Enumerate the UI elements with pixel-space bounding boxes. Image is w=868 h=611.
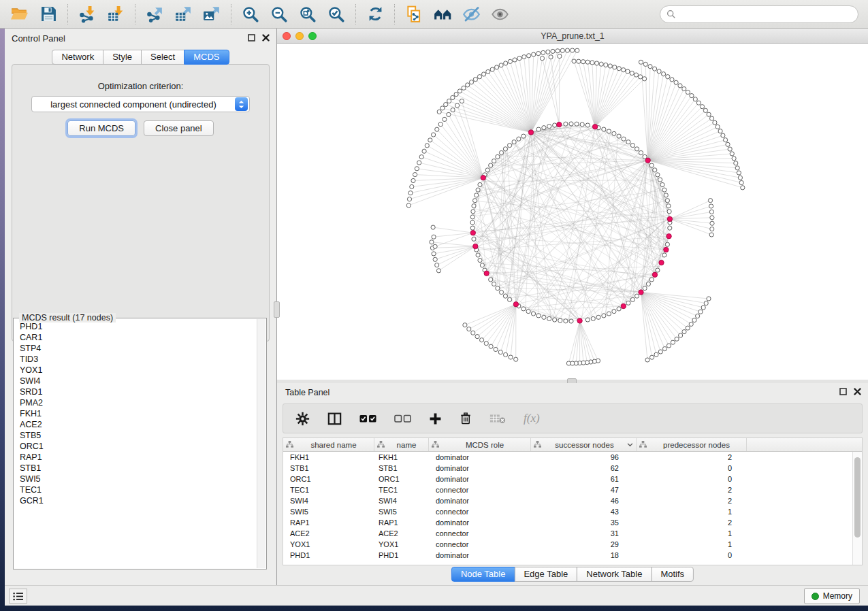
columns-icon	[327, 412, 342, 425]
result-list-item[interactable]: TEC1	[14, 484, 256, 495]
tab-select[interactable]: Select	[141, 50, 184, 65]
table-cell: connector	[429, 539, 531, 550]
table-options-button[interactable]	[295, 412, 310, 426]
import-table-button[interactable]	[101, 3, 130, 26]
zoom-in-icon	[242, 5, 259, 23]
toolbar-separator	[394, 4, 395, 24]
result-list-item[interactable]: SRD1	[14, 386, 256, 397]
tab-motifs[interactable]: Motifs	[651, 567, 694, 582]
tab-node-table[interactable]: Node Table	[451, 567, 515, 582]
memory-button[interactable]: Memory	[804, 588, 860, 604]
scrollbar-thumb[interactable]	[854, 457, 861, 538]
column-header-predecessor-nodes[interactable]: predecessor nodes	[637, 438, 747, 451]
column-header-mcds-role[interactable]: MCDS role	[429, 438, 531, 451]
save-session-button[interactable]	[34, 3, 63, 26]
column-type-icon	[534, 441, 541, 448]
result-list-item[interactable]: SWI5	[14, 474, 256, 484]
result-list-item[interactable]: RAP1	[14, 452, 256, 463]
table-cell: SWI5	[283, 506, 374, 517]
deselect-all-button[interactable]	[394, 414, 411, 423]
result-list-item[interactable]: TID3	[14, 354, 256, 365]
result-list-item[interactable]: FKH1	[14, 408, 256, 419]
mcds-result-box: MCDS result (17 nodes) PHD1CAR1STP4TID3Y…	[13, 318, 267, 569]
table-row[interactable]: PHD1PHD1dominator180	[283, 550, 852, 561]
main-toolbar	[0, 0, 868, 29]
tab-network-table[interactable]: Network Table	[577, 567, 652, 582]
export-network-button[interactable]	[140, 3, 169, 26]
float-panel-icon[interactable]	[839, 388, 847, 395]
delete-column-button[interactable]	[460, 412, 472, 425]
table-row[interactable]: SWI4SWI4dominator462	[283, 495, 852, 506]
result-list-item[interactable]: STB1	[14, 463, 256, 474]
network-canvas[interactable]	[277, 44, 868, 380]
table-row[interactable]: ACE2ACE2connector311	[283, 528, 852, 539]
result-list-item[interactable]: PHD1	[14, 321, 256, 332]
result-list-item[interactable]: SWI4	[14, 376, 256, 386]
table-cell: 96	[531, 452, 637, 463]
result-list-item[interactable]: GCR1	[14, 495, 256, 506]
table-cell: YOX1	[374, 539, 429, 550]
result-list-item[interactable]: STB5	[14, 430, 256, 441]
show-columns-button[interactable]	[327, 412, 342, 425]
tab-network[interactable]: Network	[52, 50, 103, 65]
export-image-button[interactable]	[197, 3, 226, 26]
node-table: shared namenameMCDS rolesuccessor nodesp…	[283, 437, 863, 565]
close-panel-icon[interactable]	[854, 388, 861, 395]
vertical-splitter-handle[interactable]	[274, 301, 280, 318]
tab-mcds[interactable]: MCDS	[184, 50, 229, 65]
open-file-button[interactable]	[5, 3, 34, 26]
table-cell: dominator	[429, 452, 531, 463]
network-title: YPA_prune.txt_1	[277, 31, 868, 41]
column-header-name[interactable]: name	[374, 438, 429, 451]
control-panel-title: Control Panel	[12, 33, 65, 44]
result-list-item[interactable]: PMA2	[14, 397, 256, 408]
result-list-item[interactable]: ACE2	[14, 419, 256, 430]
table-row[interactable]: YOX1YOX1connector291	[283, 539, 852, 550]
float-panel-icon[interactable]	[248, 34, 255, 42]
show-panels-button[interactable]	[9, 589, 27, 604]
close-panel-button[interactable]: Close panel	[144, 120, 214, 136]
table-row[interactable]: TEC1TEC1connector472	[283, 484, 852, 495]
table-panel-title: Table Panel	[285, 388, 329, 397]
new-network-from-selection-button[interactable]	[400, 3, 428, 26]
export-table-button[interactable]	[169, 3, 197, 26]
apply-layout-button[interactable]	[361, 3, 389, 26]
table-cell: 47	[531, 484, 637, 495]
column-header-shared-name[interactable]: shared name	[283, 438, 374, 451]
network-graph[interactable]	[277, 44, 868, 380]
zoom-fit-button[interactable]	[293, 3, 322, 26]
import-network-button[interactable]	[73, 3, 101, 26]
network-titlebar[interactable]: YPA_prune.txt_1	[277, 29, 868, 44]
run-mcds-button[interactable]: Run MCDS	[67, 120, 135, 136]
result-list-item[interactable]: STP4	[14, 343, 256, 354]
zoom-out-button[interactable]	[265, 3, 293, 26]
table-row[interactable]: SWI5SWI5connector431	[283, 506, 852, 517]
tab-style[interactable]: Style	[103, 50, 142, 65]
show-all-button[interactable]	[485, 3, 514, 26]
hide-selected-button[interactable]	[457, 3, 485, 26]
table-row[interactable]: FKH1FKH1dominator962	[283, 452, 852, 463]
result-list-item[interactable]: CAR1	[14, 332, 256, 343]
result-list-item[interactable]: YOX1	[14, 365, 256, 376]
table-row[interactable]: STB1STB1dominator620	[283, 463, 852, 474]
table-scrollbar[interactable]	[852, 452, 862, 565]
table-cell: dominator	[429, 550, 531, 561]
table-cell: 29	[531, 539, 637, 550]
table-cell: 46	[531, 495, 637, 506]
first-neighbors-button[interactable]	[428, 3, 457, 26]
criterion-select[interactable]: largest connected component (undirected)	[31, 96, 250, 112]
select-all-button[interactable]	[359, 414, 376, 423]
table-row[interactable]: ORC1ORC1dominator610	[283, 474, 852, 484]
result-scrollbar[interactable]	[257, 319, 266, 568]
create-column-button[interactable]	[429, 412, 442, 425]
table-row[interactable]: RAP1RAP1dominator352	[283, 517, 852, 528]
tab-edge-table[interactable]: Edge Table	[514, 567, 577, 582]
zoom-selected-button[interactable]	[322, 3, 351, 26]
close-panel-icon[interactable]	[262, 34, 270, 42]
table-cell: TEC1	[283, 484, 374, 495]
search-input[interactable]	[680, 10, 852, 19]
zoom-in-button[interactable]	[236, 3, 265, 26]
search-field[interactable]	[660, 5, 858, 23]
column-header-successor-nodes[interactable]: successor nodes	[531, 438, 637, 451]
result-list-item[interactable]: ORC1	[14, 441, 256, 452]
